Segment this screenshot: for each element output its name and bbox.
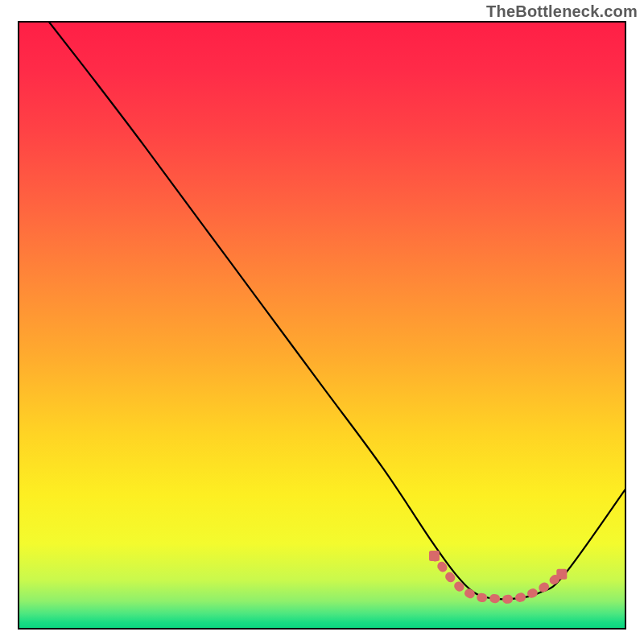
chart-canvas — [0, 0, 644, 644]
chart-container: TheBottleneck.com — [0, 0, 644, 644]
watermark-text: TheBottleneck.com — [486, 2, 638, 21]
plot-background — [19, 22, 625, 629]
marker-endpoint — [556, 569, 567, 580]
marker-endpoint — [429, 551, 440, 561]
